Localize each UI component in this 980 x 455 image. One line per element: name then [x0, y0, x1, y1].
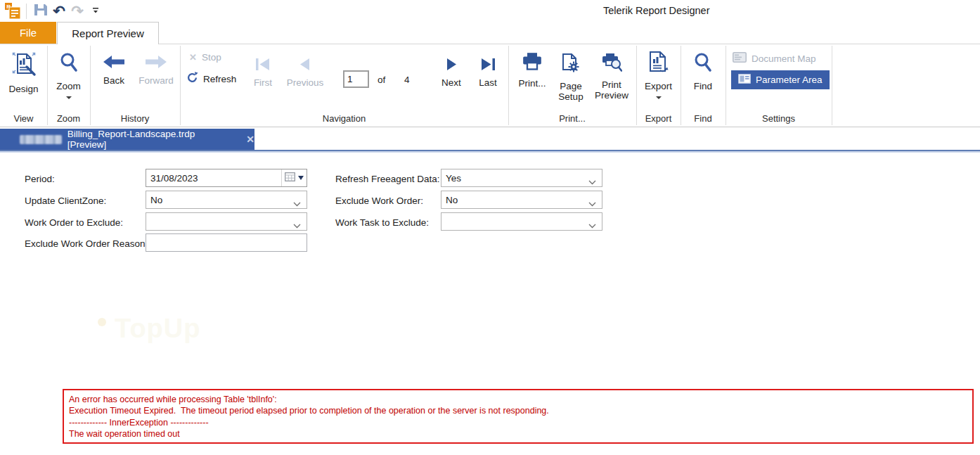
- qat-customize-button[interactable]: [86, 2, 105, 20]
- update-clientzone-value: No: [150, 195, 162, 205]
- param-label-work-order-to-exclude: Work Order to Exclude:: [25, 217, 123, 228]
- zoom-icon: [59, 53, 79, 77]
- document-map-icon: [733, 52, 747, 65]
- quick-access-toolbar: R ↶: [4, 1, 105, 21]
- find-button-label: Find: [694, 81, 712, 91]
- file-menu-button[interactable]: File: [0, 22, 56, 44]
- page-setup-button[interactable]: Page Setup: [552, 53, 590, 102]
- export-dropdown-arrow-icon: [656, 96, 662, 99]
- chevron-down-icon: [588, 177, 596, 187]
- refresh-freeagent-data-select[interactable]: Yes: [441, 169, 602, 187]
- ribbon-group-navigation: ✕ Stop Refresh F: [180, 44, 508, 127]
- chevron-down-icon: [588, 198, 596, 209]
- app-icon[interactable]: R: [4, 2, 22, 20]
- exclude-work-order-value: No: [446, 195, 458, 205]
- tab-report-preview[interactable]: Report Preview: [57, 22, 159, 44]
- first-page-icon: [255, 58, 271, 73]
- chevron-down-icon: [293, 220, 301, 231]
- design-icon: [11, 51, 37, 79]
- group-label-find: Find: [681, 113, 726, 124]
- exclude-work-order-reason-input[interactable]: [146, 233, 307, 252]
- ribbon-group-zoom: Zoom Zoom: [47, 44, 90, 127]
- stop-icon: ✕: [189, 52, 197, 63]
- update-clientzone-select[interactable]: No: [146, 191, 307, 209]
- exclude-work-order-select[interactable]: No: [441, 191, 602, 209]
- work-task-to-exclude-select[interactable]: [441, 212, 602, 231]
- qat-customize-icon: [91, 5, 100, 18]
- print-button-label: Print...: [518, 78, 546, 89]
- last-page-button[interactable]: Last: [470, 58, 506, 88]
- zoom-button-label: Zoom: [56, 81, 81, 91]
- forward-button-label: Forward: [138, 75, 174, 86]
- page-total-label: 4: [404, 75, 410, 85]
- error-line: An error has occurred while processing T…: [69, 394, 967, 405]
- group-label-history: History: [90, 113, 180, 124]
- forward-button[interactable]: Forward: [135, 56, 177, 86]
- period-date-field: [146, 169, 307, 187]
- date-picker-button[interactable]: [281, 169, 307, 186]
- exclude-work-order-reason-field: [146, 233, 307, 252]
- group-label-navigation: Navigation: [180, 113, 508, 124]
- parameter-area-button[interactable]: Parameter Area: [731, 70, 830, 89]
- export-button-label: Export: [645, 81, 672, 91]
- document-tab-strip: Billing_Report-Landscape.trdp [Preview] …: [0, 129, 980, 150]
- page-setup-label: Page Setup: [552, 81, 590, 102]
- telerik-report-designer-window: R ↶: [0, 0, 980, 455]
- watermark-text: TopUp: [115, 314, 200, 344]
- next-page-button[interactable]: Next: [432, 58, 471, 88]
- back-button[interactable]: Back: [94, 56, 134, 86]
- printer-icon: [522, 53, 542, 74]
- group-label-settings: Settings: [726, 113, 832, 124]
- page-setup-icon: [560, 53, 581, 77]
- redo-button[interactable]: ↷: [68, 2, 86, 20]
- next-page-icon: [446, 58, 457, 73]
- param-label-period: Period:: [25, 174, 55, 184]
- ribbon-group-settings: Document Map Parameter Area Settings: [726, 44, 832, 127]
- back-button-label: Back: [103, 75, 124, 86]
- stop-button[interactable]: ✕ Stop: [189, 52, 221, 63]
- refresh-button[interactable]: Refresh: [186, 72, 236, 86]
- last-page-icon: [480, 58, 496, 73]
- close-icon[interactable]: ✕: [246, 134, 254, 145]
- zoom-button[interactable]: Zoom: [49, 53, 89, 99]
- export-button[interactable]: Export: [638, 51, 678, 99]
- group-label-export: Export: [636, 113, 681, 124]
- error-message-box: An error has occurred while processing T…: [63, 389, 974, 444]
- save-icon: [34, 4, 48, 19]
- forward-arrow-icon: [146, 56, 167, 71]
- undo-button[interactable]: ↶: [50, 2, 68, 20]
- document-map-button[interactable]: Document Map: [733, 52, 816, 65]
- previous-page-icon: [299, 58, 311, 73]
- first-page-button[interactable]: First: [243, 58, 283, 88]
- ribbon-group-history: Back Forward History: [90, 44, 180, 127]
- find-button[interactable]: Find: [683, 53, 723, 91]
- parameter-area-label: Parameter Area: [756, 75, 823, 85]
- date-dropdown-arrow-icon: [298, 176, 304, 180]
- stop-button-label: Stop: [202, 52, 221, 63]
- group-separator: [832, 46, 832, 125]
- refresh-icon: [186, 72, 198, 86]
- save-button[interactable]: [32, 2, 50, 20]
- redo-icon: ↷: [71, 4, 84, 18]
- chevron-down-icon: [588, 220, 596, 231]
- print-preview-label: Print Preview: [589, 79, 634, 101]
- export-icon: [649, 51, 669, 77]
- first-page-label: First: [254, 77, 272, 88]
- work-order-to-exclude-select[interactable]: [146, 212, 307, 231]
- previous-page-button[interactable]: Previous: [284, 58, 326, 88]
- chevron-down-icon: [293, 198, 301, 209]
- redacted-prefix: [20, 135, 62, 144]
- window-title: Telerik Report Designer: [603, 5, 710, 16]
- title-bar: R ↶: [0, 0, 980, 21]
- print-preview-button[interactable]: Print Preview: [589, 53, 634, 101]
- document-tab[interactable]: Billing_Report-Landscape.trdp [Preview] …: [0, 129, 254, 150]
- design-button-label: Design: [8, 84, 38, 94]
- qat-separator: [26, 4, 27, 19]
- page-of-label: of: [378, 75, 385, 85]
- print-button[interactable]: Print...: [513, 53, 551, 89]
- undo-icon: ↶: [53, 4, 65, 18]
- design-button[interactable]: Design: [1, 51, 46, 94]
- document-map-label: Document Map: [752, 53, 816, 64]
- page-number-input[interactable]: [343, 70, 369, 88]
- period-date-input[interactable]: [146, 169, 281, 186]
